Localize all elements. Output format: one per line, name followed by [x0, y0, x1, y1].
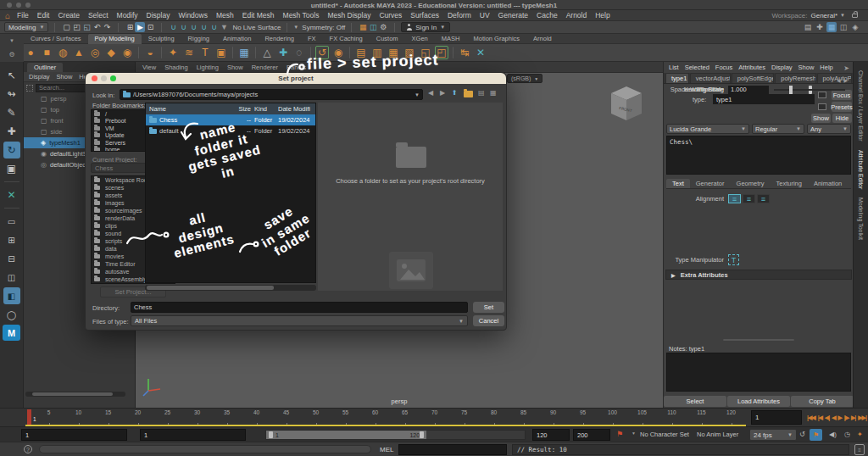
kind-column-header[interactable]: Kind — [253, 105, 278, 113]
fill-hole-icon[interactable]: ▦ — [387, 46, 400, 59]
shelf-tab[interactable]: MASH — [435, 34, 467, 44]
character-set-caret-icon[interactable]: ▼ — [632, 431, 636, 436]
zoom-layout-tool[interactable]: ◯ — [3, 306, 20, 323]
node-tab[interactable]: type1 — [665, 73, 689, 83]
new-scene-icon[interactable]: ▢ — [61, 22, 71, 32]
shelf-tab[interactable]: Arnold — [526, 34, 559, 44]
current-time-marker[interactable] — [27, 409, 31, 425]
viewport-menu-item[interactable]: View — [142, 64, 156, 71]
path-field[interactable]: /Users/w1897076/Documents/maya/projects … — [120, 89, 423, 100]
directory-field[interactable]: Chess — [131, 302, 468, 313]
poly-disc-icon[interactable]: ◉ — [120, 46, 134, 59]
character-set-dropdown[interactable]: No Character Set — [640, 431, 689, 438]
poly-cube-icon[interactable]: ■ — [40, 46, 53, 59]
ae-menu-item[interactable]: Show — [798, 64, 815, 71]
slider-handle[interactable] — [789, 86, 793, 94]
set-key-icon[interactable]: ⚑ — [616, 430, 623, 438]
viewport-menu-item[interactable]: Lighting — [197, 64, 219, 71]
sign-in-button[interactable]: Sign In ▼ — [401, 22, 450, 32]
section-tab[interactable]: Texturing — [770, 179, 807, 188]
auto-keyframe-toggle[interactable]: ⚑ — [810, 429, 822, 441]
grid-toggle-icon[interactable]: ▤ — [803, 22, 813, 32]
table-hscrollbar[interactable] — [145, 285, 316, 291]
select-component-icon[interactable]: ⊡ — [145, 22, 155, 32]
poly-plane-icon[interactable]: ◆ — [104, 46, 118, 59]
slider-track[interactable] — [774, 89, 845, 91]
new-folder-icon[interactable] — [464, 91, 473, 97]
workspace-caret-icon[interactable]: ▼ — [840, 13, 845, 18]
ae-menu-item[interactable]: Display — [771, 64, 793, 71]
multi-cut-icon[interactable]: ▦ — [237, 46, 251, 59]
play-forward-button[interactable]: ▶ — [837, 414, 841, 421]
four-pane-layout[interactable]: ⊞ — [3, 231, 20, 248]
stacked-pane-layout[interactable]: ⊟ — [3, 250, 20, 267]
filter-icon[interactable] — [26, 85, 33, 92]
render-icon[interactable]: ◫ — [368, 22, 378, 32]
menu-item[interactable]: Select — [84, 11, 113, 19]
node-tab[interactable]: vectorAdjust1 — [690, 73, 731, 83]
font-family-dropdown[interactable]: Lucida Grande▼ — [666, 124, 749, 134]
step-forward-button[interactable]: ▶| — [851, 414, 855, 421]
poly-sphere-icon[interactable]: ● — [24, 46, 37, 59]
select-hierarchy-icon[interactable]: ⊞ — [125, 22, 135, 32]
section-tab[interactable]: Geometry — [731, 179, 771, 188]
menu-item[interactable]: Windows — [174, 11, 211, 19]
relax-icon[interactable]: ◌ — [292, 46, 306, 59]
hide-button[interactable]: Hide — [832, 114, 852, 123]
time-slider[interactable]: 5101520253035404550556065707580859095100… — [0, 408, 868, 426]
step-back-button[interactable]: |◀ — [818, 414, 822, 421]
back-icon[interactable]: ◀ — [428, 89, 437, 98]
detail-view-icon[interactable]: ▦ — [490, 89, 499, 98]
mel-toggle[interactable]: MEL — [380, 446, 393, 453]
colorspace-dropdown[interactable]: (sRGB)▼ — [507, 74, 542, 83]
slider-value-field[interactable]: 1.000 — [728, 86, 769, 94]
ae-footer-button[interactable]: Copy Tab — [791, 396, 854, 407]
up-directory-icon[interactable]: ⬆ — [452, 89, 461, 98]
lock-workspace-icon[interactable] — [852, 14, 858, 18]
evaluation-icon[interactable]: ✦ — [857, 431, 863, 438]
snap-projected-icon[interactable]: ∪ — [198, 22, 209, 32]
move-tool[interactable]: ✚ — [3, 123, 20, 140]
script-editor-icon[interactable]: ≡ — [854, 444, 865, 455]
current-frame-field[interactable]: 1 — [751, 410, 802, 425]
platonic-solid-icon[interactable]: ◒ — [143, 46, 157, 59]
workspace-dropdown[interactable]: General* — [810, 12, 837, 19]
bridge-icon[interactable]: ▥ — [370, 46, 384, 59]
play-backwards-button[interactable]: ◀ — [832, 414, 835, 421]
animation-end-field[interactable]: 200 — [573, 429, 610, 441]
make-live-icon[interactable]: ▼ — [219, 22, 229, 32]
set-button[interactable]: Set — [473, 302, 504, 313]
separate-icon[interactable]: ✕ — [474, 46, 487, 59]
go-to-start-button[interactable]: |◀◀ — [807, 414, 815, 421]
circularize-icon[interactable]: ↺ — [315, 46, 329, 59]
node-tab[interactable]: polyRemesh1 — [775, 73, 815, 83]
fps-dropdown[interactable]: 24 fps▼ — [749, 429, 797, 441]
type-name-field[interactable]: type1 — [713, 94, 815, 104]
range-end-handle[interactable] — [420, 431, 424, 438]
shelf-tab[interactable]: Custom — [370, 34, 405, 44]
type-tool-icon[interactable]: T — [198, 46, 212, 59]
menu-set-selector[interactable]: Modeling▼ — [4, 22, 48, 32]
help-icon[interactable]: ? — [24, 445, 32, 453]
align-center-button[interactable]: ≡ — [743, 194, 755, 203]
undo-icon[interactable]: ↶ — [92, 22, 102, 32]
symmetry-status[interactable]: Symmetry: Off — [302, 24, 345, 31]
snap-curve-icon[interactable]: ∪ — [178, 22, 188, 32]
live-surface-status[interactable]: No Live Surface — [232, 24, 281, 31]
menu-item[interactable]: UV — [476, 11, 494, 19]
boolean-difference-icon[interactable]: ◰ — [435, 46, 448, 59]
menu-item[interactable]: Deform — [443, 11, 476, 19]
menu-item[interactable]: Help — [591, 11, 614, 19]
viewport-menu-item[interactable]: Shading — [164, 64, 188, 71]
outliner-persp-layout[interactable]: ◧ — [3, 287, 20, 304]
rotate-tool[interactable]: ↻ — [3, 142, 20, 158]
dialog-titlebar[interactable]: Set project — [86, 73, 506, 84]
menu-item[interactable]: Edit — [33, 11, 54, 19]
dialog-zoom-button[interactable] — [110, 75, 116, 81]
snap-grid-icon[interactable]: ∪ — [168, 22, 178, 32]
shelf-tab[interactable]: Poly Modeling — [88, 34, 142, 44]
menu-item[interactable]: Mesh — [212, 11, 238, 19]
shelf-tab[interactable]: Animation — [216, 34, 258, 44]
type-manipulator-button[interactable]: T — [728, 254, 739, 265]
dialog-close-button[interactable] — [92, 75, 97, 81]
